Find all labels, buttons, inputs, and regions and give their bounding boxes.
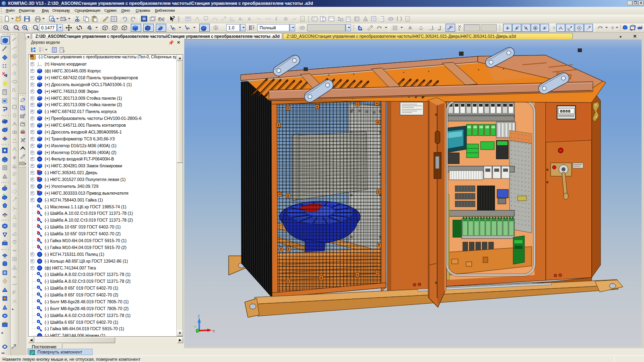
svg-text:f(x): f(x) (158, 16, 164, 21)
svg-text:8888: 8888 (560, 109, 571, 114)
svg-text:?: ? (23, 97, 25, 101)
svg-text:?: ? (23, 105, 25, 109)
svg-text:?: ? (23, 138, 25, 141)
svg-text:A↓: A↓ (239, 17, 244, 21)
svg-text:X: X (213, 329, 215, 333)
svg-text:?: ? (23, 154, 25, 157)
svg-text:?: ? (23, 113, 25, 117)
svg-text:Y: Y (194, 325, 196, 329)
svg-text:1: 1 (215, 26, 217, 30)
svg-text:A: A (248, 17, 251, 21)
svg-text:T: T (177, 16, 180, 22)
svg-text:Z: Z (198, 314, 200, 318)
svg-text:?: ? (172, 16, 175, 20)
svg-text:m: m (365, 18, 367, 21)
